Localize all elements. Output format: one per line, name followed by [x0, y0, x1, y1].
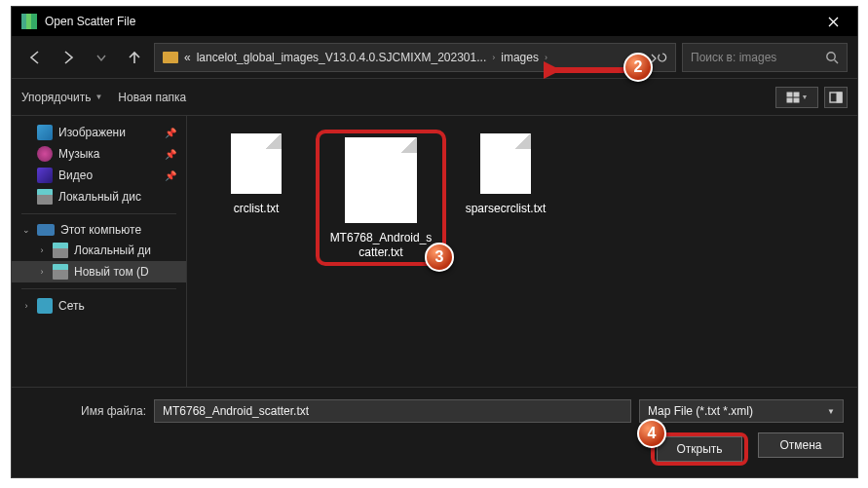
annotation-badge-2: 2 [623, 53, 653, 82]
svg-rect-4 [794, 98, 799, 102]
file-icon [345, 137, 417, 223]
tree-item-thispc[interactable]: ⌄Этот компьюте [12, 220, 186, 240]
expand-icon[interactable]: › [21, 301, 31, 311]
nav-recent-button[interactable] [88, 44, 115, 71]
nav-back-button[interactable] [21, 44, 49, 71]
path-segment-current[interactable]: images [501, 51, 539, 64]
tree-item-disk-d[interactable]: ›Новый том (D [12, 261, 186, 282]
disk-icon [53, 264, 68, 280]
video-icon [37, 168, 53, 183]
app-icon [21, 14, 37, 29]
annotation-frame: Открыть 4 [651, 432, 748, 466]
new-folder-button[interactable]: Новая папка [118, 91, 186, 104]
annotation-frame: MT6768_Android_scatter.txt 3 [316, 130, 446, 266]
disk-icon [37, 189, 53, 205]
file-icon [480, 133, 531, 194]
preview-pane-button[interactable] [824, 87, 848, 108]
network-icon [37, 298, 53, 314]
search-icon [825, 51, 839, 64]
tree-item-network[interactable]: ›Сеть [12, 295, 186, 317]
file-item[interactable]: sparsecrclist.txt [446, 130, 565, 216]
filename-label: Имя файла: [25, 404, 146, 418]
svg-rect-2 [794, 93, 799, 96]
organize-menu[interactable]: Упорядочить▼ [21, 91, 102, 104]
toolbar: Упорядочить▼ Новая папка ▼ [12, 79, 857, 116]
file-name: crclist.txt [234, 202, 280, 216]
tree-item-disk-c[interactable]: ›Локальный ди [12, 240, 186, 261]
cancel-button[interactable]: Отмена [758, 432, 844, 458]
path-prefix: « [184, 51, 191, 64]
tree-item-localdisk[interactable]: Локальный дис [12, 186, 186, 207]
open-button[interactable]: Открыть [657, 436, 742, 462]
expand-icon[interactable]: › [37, 267, 47, 277]
svg-rect-1 [787, 93, 792, 96]
filetype-dropdown[interactable]: Map File (*.txt *.xml)▼ [639, 399, 844, 423]
collapse-icon[interactable]: ⌄ [21, 225, 31, 235]
pc-icon [37, 224, 55, 236]
pin-icon: 📌 [165, 128, 176, 138]
nav-up-button[interactable] [121, 44, 148, 71]
search-placeholder: Поиск в: images [691, 51, 776, 64]
file-item-selected[interactable]: MT6768_Android_scatter.txt [321, 133, 440, 260]
tree-item-video[interactable]: Видео📌 [12, 165, 186, 186]
svg-rect-3 [787, 98, 792, 102]
view-mode-button[interactable]: ▼ [775, 87, 818, 108]
nav-bar: « lancelot_global_images_V13.0.4.0.SJCMI… [12, 36, 857, 79]
filename-input[interactable] [154, 399, 631, 423]
expand-icon[interactable]: › [37, 245, 47, 255]
window-title: Open Scatter File [45, 15, 811, 28]
annotation-badge-4: 4 [637, 419, 666, 448]
window-close-button[interactable] [811, 7, 855, 36]
path-segment[interactable]: lancelot_global_images_V13.0.4.0.SJCMIXM… [197, 51, 487, 64]
file-item[interactable]: crclist.txt [197, 130, 316, 216]
tree-item-music[interactable]: Музыка📌 [12, 143, 186, 165]
titlebar: Open Scatter File [12, 7, 857, 36]
pin-icon: 📌 [165, 149, 176, 160]
svg-point-0 [827, 52, 835, 59]
folder-tree[interactable]: Изображени📌 Музыка📌 Видео📌 Локальный дис… [12, 116, 187, 387]
refresh-chevron-icon[interactable] [650, 51, 667, 64]
tree-item-images[interactable]: Изображени📌 [12, 122, 186, 143]
music-icon [37, 146, 53, 162]
folder-icon [163, 52, 178, 63]
pin-icon: 📌 [165, 170, 176, 181]
svg-rect-6 [837, 93, 842, 102]
file-name: sparsecrclist.txt [466, 202, 547, 216]
nav-forward-button[interactable] [55, 44, 82, 71]
disk-icon [53, 243, 68, 258]
images-icon [37, 125, 53, 140]
file-list[interactable]: crclist.txt MT6768_Android_scatter.txt 3… [187, 116, 857, 387]
open-file-dialog: Open Scatter File « lancelot_global_imag… [11, 6, 858, 478]
file-name: MT6768_Android_scatter.txt [327, 231, 434, 260]
chevron-right-icon: › [492, 53, 495, 62]
dialog-footer: Имя файла: Map File (*.txt *.xml)▼ Откры… [12, 387, 857, 477]
annotation-badge-3: 3 [425, 243, 454, 272]
search-input[interactable]: Поиск в: images [682, 43, 848, 72]
file-icon [231, 133, 282, 194]
